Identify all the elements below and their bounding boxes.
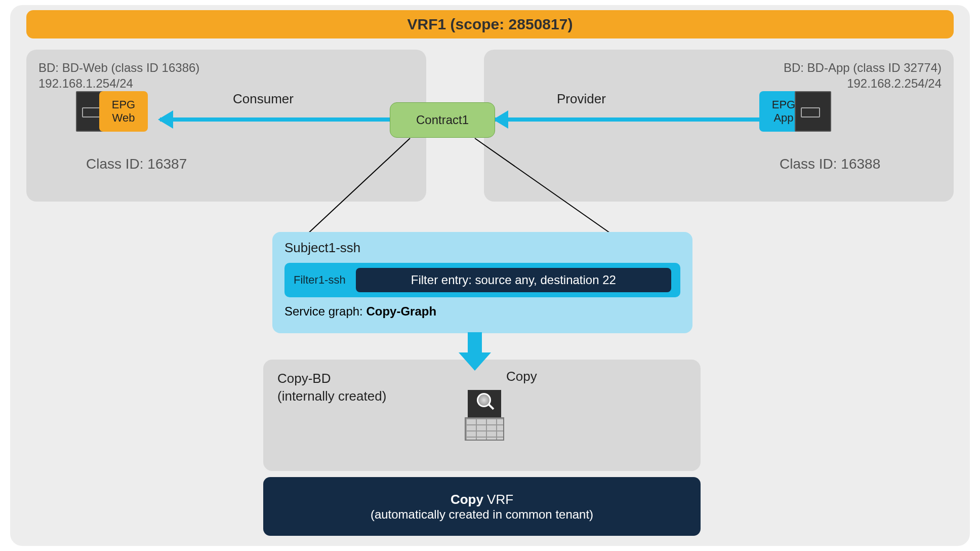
service-graph-value: Copy-Graph [366,304,436,318]
epg-web-group: EPG Web [76,91,148,132]
filter-entry: Filter entry: source any, destination 22 [356,268,671,292]
epg-web-l1: EPG [112,98,135,111]
subject-title: Subject1-ssh [284,240,680,256]
down-arrow-icon [461,332,489,372]
copy-label: Copy [506,369,537,384]
epg-app-l2: App [773,111,793,125]
copy-vrf-l1: Copy VRF [451,492,513,507]
service-graph-line: Service graph: Copy-Graph [284,304,680,319]
epg-web-label: EPG Web [99,91,148,132]
copy-bd-l1: Copy-BD [277,370,686,387]
bd-app-title-l1: BD: BD-App (class ID 32774) [496,60,942,75]
subject-box: Subject1-ssh Filter1-ssh Filter entry: s… [272,232,692,333]
class-id-web: Class ID: 16387 [86,156,187,172]
copy-vrf-rest: VRF [483,492,513,507]
provider-label: Provider [557,91,606,107]
copy-vrf-bold: Copy [451,492,483,507]
copy-vrf-box: Copy VRF (automatically created in commo… [263,477,701,536]
vrf-banner: VRF1 (scope: 2850817) [26,10,954,38]
bd-web-title-l2: 192.168.1.254/24 [38,75,414,91]
consumer-label: Consumer [233,91,294,107]
service-graph-label: Service graph: [284,304,366,318]
bd-app-box: BD: BD-App (class ID 32774) 192.168.2.25… [484,50,954,202]
filter-name: Filter1-ssh [294,273,346,287]
epg-app-l1: EPG [772,98,795,111]
filter-row: Filter1-ssh Filter entry: source any, de… [284,263,680,297]
epg-web-l2: Web [112,111,135,125]
bd-web-title-l1: BD: BD-Web (class ID 16386) [38,60,414,75]
bd-app-title: BD: BD-App (class ID 32774) 192.168.2.25… [496,60,942,91]
contract-box: Contract1 [390,102,495,138]
provider-arrow [495,114,759,125]
bd-app-title-l2: 192.168.2.254/24 [496,75,942,91]
copy-vrf-l2: (automatically created in common tenant) [371,507,593,522]
copy-bd-box: Copy-BD (internally created) Copy [263,360,701,471]
server-icon [795,91,831,132]
firewall-inspect-icon [465,390,504,441]
consumer-arrow [160,114,390,125]
diagram-canvas: VRF1 (scope: 2850817) BD: BD-Web (class … [10,5,970,546]
bd-web-title: BD: BD-Web (class ID 16386) 192.168.1.25… [38,60,414,91]
class-id-app: Class ID: 16388 [780,156,880,172]
epg-app-group: EPG App [759,91,831,132]
